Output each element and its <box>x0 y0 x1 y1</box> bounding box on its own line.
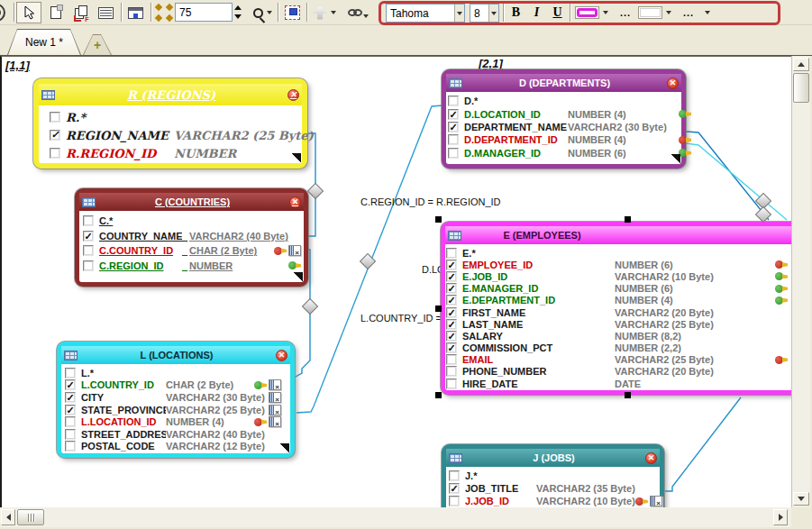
table-view-button[interactable] <box>123 2 148 23</box>
scroll-right-button[interactable] <box>773 509 788 525</box>
column-properties-icon[interactable] <box>650 496 662 506</box>
field-checkbox[interactable] <box>446 379 457 389</box>
table-header[interactable]: L (LOCATIONS) ✕ <box>61 346 290 364</box>
field-checkbox[interactable] <box>83 245 94 256</box>
close-icon[interactable]: ✕ <box>276 350 287 361</box>
table-header[interactable]: D (DEPARTMENTS) ✕ <box>446 74 681 92</box>
new-diagram-button[interactable] <box>43 2 68 23</box>
table-header[interactable]: C (COUNTRIES) ✕ <box>79 193 304 211</box>
fill-color-button[interactable] <box>638 3 671 22</box>
field-checkbox[interactable] <box>446 354 457 365</box>
field-checkbox[interactable] <box>65 368 76 379</box>
field-checkbox[interactable] <box>83 215 94 226</box>
selection-handle[interactable] <box>625 392 631 398</box>
scroll-up-button[interactable] <box>793 58 809 71</box>
field-checkbox[interactable]: ✓ <box>446 307 457 318</box>
field-checkbox[interactable]: ✓ <box>446 319 457 330</box>
table-header[interactable]: E (EMPLOYEES) <box>445 226 791 244</box>
close-icon[interactable]: ✕ <box>667 78 679 89</box>
horizontal-scroll-thumb[interactable] <box>17 509 44 525</box>
resize-grip[interactable] <box>292 153 301 162</box>
zoom-spinner[interactable] <box>234 3 245 22</box>
close-icon[interactable]: ✕ <box>287 89 299 101</box>
join-diamond[interactable] <box>308 184 324 199</box>
field-checkbox[interactable]: ✓ <box>446 295 457 306</box>
field-checkbox[interactable] <box>446 248 457 259</box>
column-properties-icon[interactable] <box>269 379 281 390</box>
field-checkbox[interactable]: ✓ <box>83 231 94 242</box>
combo-dropdown[interactable] <box>488 5 498 22</box>
close-icon[interactable]: ✕ <box>289 196 301 208</box>
data-grid-button[interactable] <box>94 2 118 23</box>
field-checkbox[interactable] <box>83 260 94 271</box>
line-color-more-button[interactable]: ... <box>616 3 634 22</box>
selection-handle[interactable] <box>435 216 442 223</box>
spin-up-icon[interactable] <box>234 5 242 10</box>
field-checkbox[interactable]: ✓ <box>446 342 457 353</box>
field-checkbox[interactable] <box>448 96 459 106</box>
add-tab-button[interactable]: + <box>83 34 112 55</box>
field-checkbox[interactable]: ✓ <box>446 283 457 294</box>
field-checkbox[interactable] <box>448 148 459 159</box>
combo-dropdown[interactable] <box>454 5 464 22</box>
field-checkbox[interactable] <box>448 134 459 145</box>
field-checkbox[interactable] <box>50 112 60 123</box>
line-color-button[interactable] <box>575 3 608 22</box>
column-properties-icon[interactable] <box>269 405 281 415</box>
field-checkbox[interactable]: ✓ <box>446 260 457 270</box>
column-properties-icon[interactable] <box>269 392 281 403</box>
font-name-combo[interactable]: Tahoma <box>386 4 465 23</box>
field-checkbox[interactable]: ✓ <box>65 379 76 390</box>
zoom-fit-button[interactable] <box>153 2 174 23</box>
field-checkbox[interactable]: ✓ <box>50 130 60 141</box>
join-links-button[interactable] <box>342 2 369 23</box>
scroll-down-button[interactable] <box>793 492 809 506</box>
close-icon[interactable]: ✕ <box>645 452 657 464</box>
field-checkbox[interactable]: ✓ <box>65 405 76 415</box>
table-header[interactable]: R (REGIONS) ✕ <box>39 84 302 105</box>
column-properties-icon[interactable] <box>288 245 301 256</box>
resize-grip[interactable] <box>671 154 680 163</box>
field-checkbox[interactable] <box>65 429 76 440</box>
auto-layout-button[interactable] <box>280 2 305 23</box>
field-checkbox[interactable]: ✓ <box>449 483 460 494</box>
field-checkbox[interactable]: ✓ <box>448 122 459 132</box>
selection-handle[interactable] <box>625 216 631 223</box>
field-checkbox[interactable]: ✓ <box>446 271 457 282</box>
selection-handle[interactable] <box>435 392 442 398</box>
scroll-left-button[interactable] <box>1 509 15 525</box>
field-checkbox[interactable] <box>65 416 76 427</box>
column-properties-icon[interactable] <box>269 416 281 427</box>
fill-color-more-button[interactable]: ... <box>680 3 698 22</box>
field-checkbox[interactable] <box>446 366 457 377</box>
resize-grip[interactable] <box>280 443 289 452</box>
more-options-button[interactable] <box>701 2 714 23</box>
tab-new-1[interactable]: New 1 * <box>7 29 81 55</box>
vertical-scroll-thumb[interactable] <box>793 73 809 103</box>
relation-line-manager-employees[interactable] <box>686 143 787 220</box>
relation-line-employees-jobs[interactable] <box>665 397 741 491</box>
bring-forward-button[interactable] <box>310 2 339 23</box>
zoom-tool-button[interactable] <box>249 2 276 23</box>
selection-handle[interactable] <box>435 306 442 312</box>
field-checkbox[interactable]: ✓ <box>65 392 76 403</box>
field-checkbox[interactable]: ✓ <box>448 109 459 120</box>
field-checkbox[interactable]: ✓ <box>446 331 457 342</box>
field-checkbox[interactable] <box>50 148 60 159</box>
underline-button[interactable]: U <box>548 3 567 22</box>
horizontal-scrollbar[interactable] <box>0 507 791 527</box>
select-pointer-button[interactable] <box>16 2 41 23</box>
field-checkbox[interactable] <box>449 470 460 481</box>
copy-diagram-button[interactable]: F <box>68 2 93 23</box>
vertical-scrollbar[interactable] <box>791 56 810 507</box>
zoom-level-input[interactable] <box>175 3 233 22</box>
field-checkbox[interactable] <box>65 441 76 451</box>
join-diamond[interactable] <box>303 299 318 315</box>
table-header[interactable]: J (JOBS) ✕ <box>446 449 660 467</box>
diagram-canvas[interactable]: [1,1] [2,1] C.REGION_ID = R.REGION_ID D.… <box>0 56 791 507</box>
font-size-combo[interactable]: 8 <box>470 4 499 23</box>
spin-down-icon[interactable] <box>234 14 242 19</box>
bold-button[interactable]: B <box>506 3 525 22</box>
italic-button[interactable]: I <box>527 3 546 22</box>
resize-grip[interactable] <box>294 272 303 281</box>
